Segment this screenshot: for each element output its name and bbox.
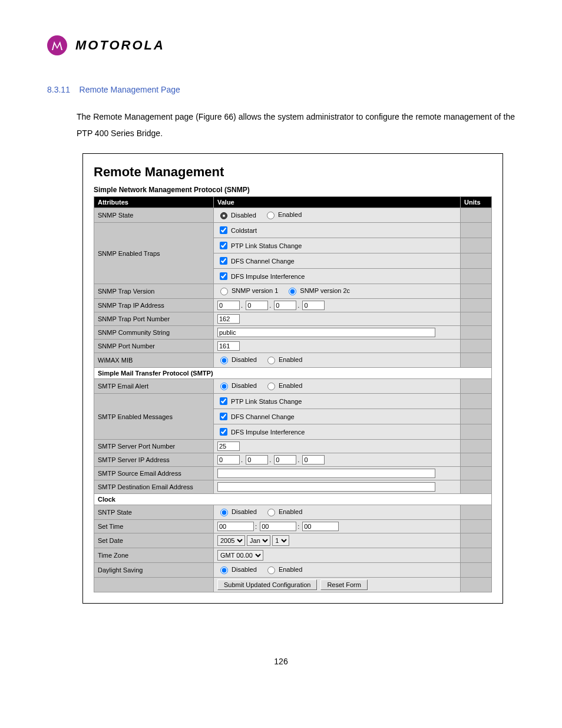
col-units: Units [461, 197, 492, 208]
trap-ip-1[interactable] [217, 301, 240, 310]
smtp-src-email-label: SMTP Source Email Address [94, 467, 214, 480]
time-hh-input[interactable] [217, 522, 254, 531]
table-row: Set Date 2005 Jan 1 [94, 533, 492, 548]
snmp-state-label: SNMP State [94, 208, 214, 223]
smtp-ip-1[interactable] [217, 455, 240, 465]
snmp-subtitle: Simple Network Management Protocol (SNMP… [94, 186, 492, 194]
table-row: SNMP Trap Version SNMP version 1 SNMP ve… [94, 284, 492, 299]
wimax-mib-label: WiMAX MIB [94, 353, 214, 368]
time-mm-input[interactable] [260, 522, 296, 531]
table-row: Submit Updated Configuration Reset Form [94, 578, 492, 592]
table-row: SMTP Server Port Number [94, 440, 492, 453]
table-row: WiMAX MIB Disabled Enabled [94, 353, 492, 368]
table-row: Time Zone GMT 00.00 [94, 548, 492, 563]
section-title: Remote Management Page [80, 85, 180, 94]
snmp-v1-radio[interactable] [220, 288, 228, 295]
table-row: SNMP Port Number [94, 340, 492, 353]
wimax-enabled-radio[interactable] [267, 357, 275, 364]
table-row: SNMP Trap Port Number [94, 312, 492, 326]
sntp-enabled-radio[interactable] [267, 509, 275, 516]
smtp-alert-disabled-radio[interactable] [220, 383, 228, 390]
smtp-subtitle: Simple Mail Transfer Protocol (SMTP) [94, 368, 492, 379]
sntp-state-label: SNTP State [94, 505, 214, 520]
table-row: SNMP Community String [94, 326, 492, 340]
brand-wordmark: MOTOROLA [75, 38, 165, 53]
smtp-msg-ptp-checkbox[interactable] [220, 397, 227, 405]
smtp-dst-email-input[interactable] [217, 482, 435, 492]
smtp-srv-port-label: SMTP Server Port Number [94, 440, 214, 453]
table-header-row: Attributes Value Units [94, 197, 492, 208]
wimax-disabled-radio[interactable] [220, 357, 228, 364]
table-row: SNTP State Disabled Enabled [94, 505, 492, 520]
smtp-msgs-label: SMTP Enabled Messages [94, 394, 214, 440]
smtp-alert-enabled-radio[interactable] [267, 383, 275, 390]
snmp-v2c-radio[interactable] [289, 288, 296, 295]
date-day-select[interactable]: 1 [272, 535, 289, 546]
figure-title: Remote Management [94, 164, 492, 180]
smtp-src-email-input[interactable] [217, 469, 435, 478]
snmp-port-label: SNMP Port Number [94, 340, 214, 353]
trap-ip-4[interactable] [302, 301, 325, 310]
reset-button[interactable]: Reset Form [320, 579, 367, 590]
submit-button[interactable]: Submit Updated Configuration [217, 579, 317, 590]
snmp-trap-ip-label: SNMP Trap IP Address [94, 299, 214, 312]
trap-ip-3[interactable] [274, 301, 296, 310]
smtp-alert-label: SMTP Email Alert [94, 379, 214, 394]
section-number: 8.3.11 [47, 85, 70, 94]
table-row: SMTP Server IP Address . . . [94, 453, 492, 467]
date-month-select[interactable]: Jan [247, 535, 270, 546]
smtp-msg-dfs-channel-checkbox[interactable] [220, 413, 227, 420]
sntp-disabled-radio[interactable] [220, 509, 228, 516]
smtp-msg-dfs-impulse-checkbox[interactable] [220, 428, 227, 436]
snmp-trap-port-label: SNMP Trap Port Number [94, 312, 214, 326]
page-number: 126 [47, 657, 515, 666]
snmp-state-enabled-radio[interactable] [267, 212, 275, 219]
time-zone-label: Time Zone [94, 548, 214, 563]
trap-dfs-channel-checkbox[interactable] [220, 257, 227, 265]
community-input[interactable] [217, 328, 435, 337]
trap-ptp-link-checkbox[interactable] [220, 242, 227, 249]
col-value: Value [214, 197, 461, 208]
smtp-ip-4[interactable] [302, 455, 325, 465]
table-row: SMTP Enabled Messages PTP Link Status Ch… [94, 394, 492, 409]
trap-coldstart-checkbox[interactable] [220, 226, 227, 234]
smtp-ip-3[interactable] [274, 455, 296, 465]
set-date-label: Set Date [94, 533, 214, 548]
motorola-logo-icon [47, 35, 67, 55]
set-time-label: Set Time [94, 520, 214, 533]
col-attributes: Attributes [94, 197, 214, 208]
intro-paragraph: The Remote Management page (Figure 66) a… [77, 108, 515, 141]
table-row: SMTP Source Email Address [94, 467, 492, 480]
table-row: Daylight Saving Disabled Enabled [94, 563, 492, 578]
snmp-state-disabled-radio[interactable] [220, 212, 227, 219]
time-zone-select[interactable]: GMT 00.00 [217, 550, 263, 561]
dst-enabled-radio[interactable] [267, 566, 275, 574]
table-row: Set Time : : [94, 520, 492, 533]
trap-dfs-impulse-checkbox[interactable] [220, 272, 227, 280]
brand-header: MOTOROLA [47, 35, 515, 55]
section-header: 8.3.11 Remote Management Page [47, 85, 515, 94]
date-year-select[interactable]: 2005 [217, 535, 245, 546]
table-row: SMTP Destination Email Address [94, 480, 492, 494]
daylight-saving-label: Daylight Saving [94, 563, 214, 578]
table-row: SNMP State Disabled Enabled [94, 208, 492, 223]
config-table: Attributes Value Units SNMP State Disabl… [94, 196, 492, 592]
trap-port-input[interactable] [217, 314, 240, 324]
snmp-community-label: SNMP Community String [94, 326, 214, 340]
smtp-srv-ip-label: SMTP Server IP Address [94, 453, 214, 467]
table-row: SMTP Email Alert Disabled Enabled [94, 379, 492, 394]
clock-subtitle: Clock [94, 494, 492, 505]
time-ss-input[interactable] [302, 522, 339, 531]
snmp-traps-label: SNMP Enabled Traps [94, 223, 214, 284]
smtp-ip-2[interactable] [246, 455, 268, 465]
snmp-trap-version-label: SNMP Trap Version [94, 284, 214, 299]
figure-remote-management: Remote Management Simple Network Managem… [82, 153, 503, 604]
snmp-port-input[interactable] [217, 341, 240, 351]
table-row: SNMP Enabled Traps Coldstart [94, 223, 492, 238]
dst-disabled-radio[interactable] [220, 566, 228, 574]
smtp-srv-port-input[interactable] [217, 442, 240, 451]
table-row: SNMP Trap IP Address . . . [94, 299, 492, 312]
trap-ip-2[interactable] [246, 301, 268, 310]
smtp-dst-email-label: SMTP Destination Email Address [94, 480, 214, 494]
